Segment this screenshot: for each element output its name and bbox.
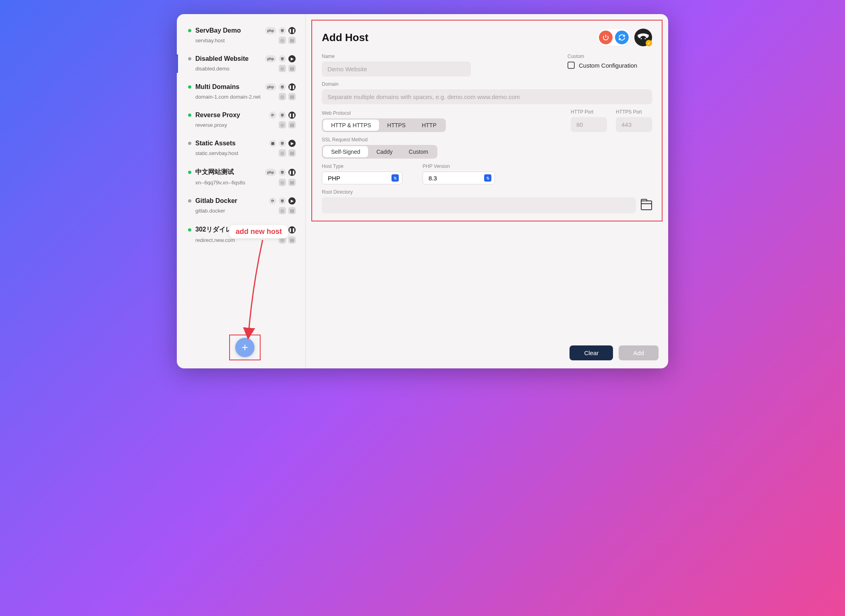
http-port-input[interactable] bbox=[571, 117, 607, 132]
custom-config-label: Custom Configuration bbox=[579, 62, 637, 69]
host-type-value: PHP bbox=[328, 175, 391, 182]
main-panel: Add Host bbox=[306, 14, 668, 368]
folder-browse-button[interactable] bbox=[641, 201, 652, 210]
add-host-fab[interactable]: + bbox=[235, 338, 255, 357]
shield-icon: ⛨ bbox=[279, 55, 286, 62]
seg-http[interactable]: HTTP bbox=[414, 120, 445, 131]
domain-input[interactable] bbox=[322, 89, 652, 104]
shield-icon: ⛨ bbox=[279, 112, 286, 119]
power-button[interactable] bbox=[599, 31, 613, 44]
compass-icon[interactable]: ◎ bbox=[279, 207, 286, 214]
pause-icon[interactable]: ❚❚ bbox=[288, 169, 296, 176]
play-icon[interactable]: ▶ bbox=[288, 140, 296, 147]
php-badge: php bbox=[265, 169, 277, 176]
svg-point-1 bbox=[645, 38, 646, 39]
seg-http-https[interactable]: HTTP & HTTPS bbox=[323, 120, 379, 131]
play-icon[interactable]: ▶ bbox=[288, 197, 296, 205]
status-dot bbox=[188, 142, 191, 145]
seg-custom[interactable]: Custom bbox=[401, 146, 436, 157]
svg-point-0 bbox=[641, 38, 642, 39]
compass-icon[interactable]: ◎ bbox=[279, 37, 286, 44]
host-domain: servbay.host bbox=[188, 37, 279, 43]
custom-config-checkbox[interactable] bbox=[567, 62, 575, 69]
host-item[interactable]: Static Assets▦⛨▶static.servbay.host◎▤ bbox=[177, 134, 305, 162]
avatar[interactable] bbox=[634, 29, 652, 46]
shield-icon: ⛨ bbox=[279, 197, 286, 205]
host-title: Gitlab Docker bbox=[195, 197, 269, 205]
http-port-label: HTTP Port bbox=[571, 109, 607, 115]
php-version-select[interactable]: 8.3 ⇅ bbox=[422, 172, 495, 184]
chevron-updown-icon: ⇅ bbox=[484, 174, 491, 182]
header-actions bbox=[597, 29, 652, 46]
form-highlight-box: Add Host bbox=[311, 20, 663, 221]
pause-icon[interactable]: ❚❚ bbox=[288, 112, 296, 119]
plus-icon: + bbox=[242, 341, 248, 354]
document-icon[interactable]: ▤ bbox=[288, 236, 296, 244]
host-domain: disabled.demo bbox=[188, 66, 279, 72]
add-button[interactable]: Add bbox=[619, 345, 659, 360]
seg-self-signed[interactable]: Self-Signed bbox=[323, 146, 368, 157]
status-dot bbox=[188, 228, 191, 232]
document-icon[interactable]: ▤ bbox=[288, 37, 296, 44]
chevron-updown-icon: ⇅ bbox=[391, 174, 399, 182]
host-item[interactable]: Multi Domainsphp⛨❚❚domain-1.com domain-2… bbox=[177, 78, 305, 106]
document-icon[interactable]: ▤ bbox=[288, 93, 296, 100]
shield-icon: ⛨ bbox=[279, 83, 286, 91]
pause-icon[interactable]: ❚❚ bbox=[288, 27, 296, 34]
seg-caddy[interactable]: Caddy bbox=[368, 146, 400, 157]
proxy-icon: ⟳ bbox=[269, 112, 276, 119]
footer-actions: Clear Add bbox=[570, 345, 659, 360]
root-dir-input[interactable] bbox=[322, 197, 636, 213]
host-type-select[interactable]: PHP ⇅ bbox=[322, 172, 402, 184]
seg-https[interactable]: HTTPS bbox=[379, 120, 414, 131]
host-domain: gitlab.docker bbox=[188, 208, 279, 214]
compass-icon[interactable]: ◎ bbox=[279, 121, 286, 128]
compass-icon[interactable]: ◎ bbox=[279, 179, 286, 186]
host-title: 中文网站测试 bbox=[195, 168, 265, 176]
proxy-icon: ⟳ bbox=[269, 197, 276, 205]
shield-icon: ⛨ bbox=[279, 140, 286, 147]
document-icon[interactable]: ▤ bbox=[288, 121, 296, 128]
protocol-segmented: HTTP & HTTPS HTTPS HTTP bbox=[322, 118, 446, 132]
annotation-callout: add new host bbox=[229, 225, 288, 238]
host-type-label: Host Type bbox=[322, 163, 402, 169]
document-icon[interactable]: ▤ bbox=[288, 65, 296, 72]
compass-icon[interactable]: ◎ bbox=[279, 93, 286, 100]
custom-label: Custom bbox=[567, 54, 652, 59]
host-title: Static Assets bbox=[195, 140, 269, 147]
refresh-icon bbox=[618, 34, 625, 41]
host-item[interactable]: ServBay Demophp⛨❚❚servbay.host◎▤ bbox=[177, 21, 305, 50]
host-item[interactable]: Gitlab Docker⟳⛨▶gitlab.docker◎▤ bbox=[177, 192, 305, 220]
compass-icon[interactable]: ◎ bbox=[279, 149, 286, 157]
pause-icon[interactable]: ❚❚ bbox=[288, 226, 296, 234]
host-item[interactable]: Reverse Proxy⟳⛨❚❚reverse.proxy◎▤ bbox=[177, 106, 305, 134]
avatar-icon bbox=[635, 29, 651, 45]
host-title: Reverse Proxy bbox=[195, 112, 269, 119]
name-input[interactable] bbox=[322, 62, 471, 76]
ssl-segmented: Self-Signed Caddy Custom bbox=[322, 145, 437, 159]
document-icon[interactable]: ▤ bbox=[288, 207, 296, 214]
sidebar: ServBay Demophp⛨❚❚servbay.host◎▤Disabled… bbox=[177, 14, 306, 368]
status-dot bbox=[188, 114, 191, 117]
power-icon bbox=[602, 34, 609, 41]
shield-icon: ⛨ bbox=[279, 27, 286, 34]
php-version-value: 8.3 bbox=[429, 175, 484, 182]
document-icon[interactable]: ▤ bbox=[288, 179, 296, 186]
document-icon[interactable]: ▤ bbox=[288, 149, 296, 157]
host-item[interactable]: Disabled Websitephp⛨▶disabled.demo◎▤ bbox=[177, 50, 305, 78]
status-dot bbox=[188, 171, 191, 174]
host-domain: domain-1.com domain-2.net bbox=[188, 94, 279, 100]
refresh-button[interactable] bbox=[615, 31, 629, 44]
compass-icon[interactable]: ◎ bbox=[279, 65, 286, 72]
pause-icon[interactable]: ❚❚ bbox=[288, 83, 296, 91]
host-domain: reverse.proxy bbox=[188, 122, 279, 128]
https-port-input[interactable] bbox=[616, 117, 652, 132]
static-icon: ▦ bbox=[269, 140, 276, 147]
play-icon[interactable]: ▶ bbox=[288, 55, 296, 62]
php-badge: php bbox=[265, 27, 277, 34]
https-port-label: HTTPS Port bbox=[616, 109, 652, 115]
host-item[interactable]: 中文网站测试php⛨❚❚xn--6qq79v.xn--fiqs8s◎▤ bbox=[177, 162, 305, 192]
host-title: ServBay Demo bbox=[195, 27, 265, 34]
host-domain: static.servbay.host bbox=[188, 150, 279, 156]
clear-button[interactable]: Clear bbox=[570, 345, 613, 360]
